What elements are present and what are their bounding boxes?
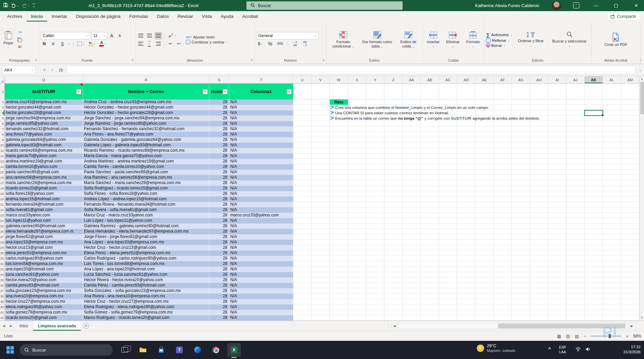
- cell[interactable]: 28: [209, 213, 229, 218]
- cell[interactable]: 28: [209, 153, 229, 159]
- tab-vista[interactable]: Vista: [197, 11, 216, 22]
- tab-inicio[interactable]: Inicio: [27, 11, 47, 22]
- cell[interactable]: 28: [209, 159, 229, 164]
- formula-bar-splitter[interactable]: ⋮: [36, 68, 40, 72]
- vertical-scroll-thumb[interactable]: [640, 82, 644, 114]
- zoom-in-icon[interactable]: +: [626, 334, 628, 339]
- font-dialog-launcher-icon[interactable]: ⇘: [131, 57, 134, 63]
- column-header-AH[interactable]: AH: [530, 76, 548, 83]
- cell[interactable]: 28: [209, 234, 229, 240]
- decrease-indent-icon[interactable]: ◂≡: [167, 40, 174, 48]
- cell[interactable]: N/A: [229, 148, 293, 153]
- cell[interactable]: ana.lopez33@empresa.com.mx: [5, 240, 83, 245]
- cell[interactable]: Héctor Cruz - hector.cruz13@gmail.com: [83, 245, 209, 250]
- cell[interactable]: 28: [209, 240, 229, 245]
- close-button[interactable]: ✕: [628, 0, 644, 11]
- cell[interactable]: elena.perez52@empresa.com.mx: [5, 250, 83, 256]
- row-header-26[interactable]: 26: [0, 229, 5, 234]
- tab-disposición-de-página[interactable]: Disposición de página: [71, 11, 125, 22]
- cell[interactable]: Camila Pérez - camila.perez83@hotmail.co…: [83, 283, 209, 288]
- cell[interactable]: ana.rivera10@empresa.com.mx: [5, 294, 83, 299]
- cell[interactable]: 28: [209, 105, 229, 110]
- cell[interactable]: carlos.rodriguez90@yahoo.com: [5, 256, 83, 261]
- collapse-ribbon-icon[interactable]: ⌃: [639, 59, 642, 63]
- format-cells-button[interactable]: Formato⌄: [465, 31, 482, 49]
- cell[interactable]: N/A: [229, 240, 293, 245]
- cell[interactable]: N/A: [229, 261, 293, 267]
- cell[interactable]: María Sánchez - maria.sanchez29@empresa.…: [83, 180, 209, 186]
- column-header-AI[interactable]: AI: [548, 76, 566, 83]
- cell[interactable]: Ana Flores - ana.flores77@yahoo.com: [83, 132, 209, 137]
- cell[interactable]: Fernando Rivera - fernando.rivera34@hotm…: [83, 202, 209, 207]
- cell[interactable]: Ana Rivera - ana.rivera10@empresa.com.mx: [83, 294, 209, 299]
- orientation-button[interactable]: ab↗⌄: [167, 32, 177, 39]
- cell[interactable]: Sofía Rodríguez - ricardo.torres20@gmail…: [83, 186, 209, 191]
- cell[interactable]: 28: [209, 256, 229, 261]
- create-pdf-button[interactable]: Crear un PDF: [603, 32, 629, 48]
- filter-dropdown-icon[interactable]: ▼: [287, 89, 292, 94]
- row-header-21[interactable]: 21: [0, 202, 5, 207]
- cell[interactable]: N/A: [229, 234, 293, 240]
- clear-button[interactable]: Borrar⌄: [486, 43, 506, 48]
- column-header-R[interactable]: R: [83, 76, 209, 83]
- grow-font-button[interactable]: Aˆ: [109, 32, 116, 39]
- sheet-nav-left-icon[interactable]: ◀: [0, 321, 7, 331]
- cell[interactable]: N/A: [229, 197, 293, 202]
- number-format-select[interactable]: General⌄: [256, 32, 319, 39]
- delete-cells-button[interactable]: Eliminar⌄: [444, 31, 461, 49]
- insert-function-icon[interactable]: fx: [57, 66, 65, 74]
- cell[interactable]: Elena Rodríguez - elena.rodriguez90@yaho…: [83, 304, 209, 310]
- cell[interactable]: N/A: [229, 126, 293, 132]
- name-box-dropdown-icon[interactable]: ⌄: [31, 68, 33, 71]
- cell[interactable]: 28: [209, 315, 229, 321]
- cell[interactable]: Gabriela González - gabriela.gonzalez64@…: [83, 137, 209, 143]
- cell[interactable]: N/A: [229, 218, 293, 223]
- hscroll-right-icon[interactable]: ▶: [629, 322, 635, 330]
- cell[interactable]: hector.gonzalez44@gmail.com: [5, 105, 83, 110]
- horizontal-scroll-thumb[interactable]: [498, 324, 625, 328]
- cell[interactable]: Carlos Rodríguez - carlos.rodriguez90@ya…: [83, 256, 209, 261]
- cell[interactable]: 28: [209, 143, 229, 148]
- cell[interactable]: jorge.ramirez85@yahoo.com: [5, 121, 83, 126]
- align-top-icon[interactable]: [137, 32, 144, 39]
- cell[interactable]: Héctor González - hector.gonzalez28@gmai…: [83, 110, 209, 116]
- cell[interactable]: N/A: [229, 223, 293, 229]
- column-header-AB[interactable]: AB: [421, 76, 439, 83]
- volume-icon[interactable]: [585, 347, 591, 353]
- row-header-28[interactable]: 28: [0, 240, 5, 245]
- cell[interactable]: 28: [209, 223, 229, 229]
- font-size-select[interactable]: 11⌄: [91, 32, 108, 39]
- cell[interactable]: hector.gonzalez28@gmail.com: [5, 110, 83, 116]
- format-painter-icon[interactable]: [17, 44, 24, 51]
- column-header-AJ[interactable]: AJ: [566, 76, 585, 83]
- row-header-32[interactable]: 32: [0, 261, 5, 267]
- tab-revisar[interactable]: Revisar: [173, 11, 198, 22]
- row-header-30[interactable]: 30: [0, 250, 5, 256]
- cell[interactable]: Héctor Rivera - hector.rivera20@yahoo.co…: [83, 277, 209, 283]
- align-bottom-icon[interactable]: [155, 32, 162, 39]
- cell[interactable]: ricardo.torres20@gmail.com: [5, 315, 83, 321]
- row-header-12[interactable]: 12: [0, 153, 5, 159]
- cancel-entry-icon[interactable]: ✕: [40, 66, 49, 74]
- select-all-corner[interactable]: [0, 76, 5, 83]
- underline-dropdown-icon[interactable]: ⌄: [68, 42, 70, 45]
- cell[interactable]: Paola Sánchez - paola.sanchez69@gmail.co…: [83, 170, 209, 175]
- cell[interactable]: 28: [209, 207, 229, 213]
- cell-styles-button[interactable]: Estilos de celda ⌄: [396, 30, 421, 49]
- cell[interactable]: N/A: [229, 105, 293, 110]
- cell[interactable]: hector.cruz13@gmail.com: [5, 245, 83, 250]
- cell[interactable]: 28: [209, 310, 229, 315]
- row-header-11[interactable]: 11: [0, 148, 5, 153]
- row-header-40[interactable]: 40: [0, 304, 5, 310]
- font-color-button[interactable]: A⌄: [98, 40, 107, 48]
- cell[interactable]: 28: [209, 299, 229, 304]
- row-header-7[interactable]: 7: [0, 126, 5, 132]
- cell[interactable]: ana.flores77@yahoo.com: [5, 132, 83, 137]
- weather-widget[interactable]: 29°C Mayorm. soleado: [477, 343, 515, 353]
- table-header-sustituir[interactable]: SUSTITUIR▼: [5, 84, 83, 99]
- cell[interactable]: sofia.gomez79@empresa.com.mx: [5, 310, 83, 315]
- column-header-AF[interactable]: AF: [494, 76, 512, 83]
- cell[interactable]: jorge.sanchez94@empresa.com.mx: [5, 116, 83, 121]
- cell[interactable]: 28: [209, 170, 229, 175]
- row-header-13[interactable]: 13: [0, 159, 5, 164]
